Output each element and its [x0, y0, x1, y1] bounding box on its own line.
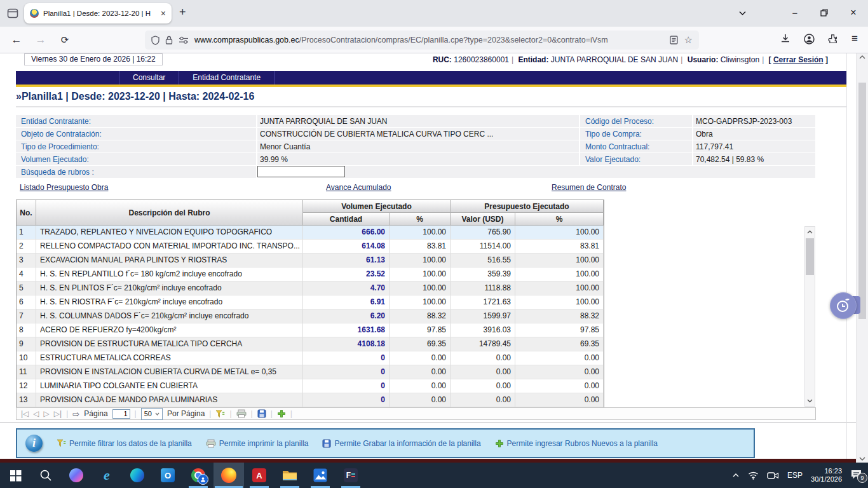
- page-scrollbar[interactable]: [856, 53, 868, 463]
- extensions-puzzle-icon[interactable]: [828, 34, 838, 44]
- print-icon[interactable]: [236, 409, 247, 418]
- account-icon[interactable]: [804, 34, 815, 44]
- detail-value: Obra: [693, 128, 815, 140]
- row-no: 10: [17, 351, 36, 365]
- back-button[interactable]: ←: [9, 32, 24, 48]
- language-indicator[interactable]: ESP: [787, 471, 803, 480]
- bottom-divider: [0, 422, 856, 423]
- table-scroll-up-icon[interactable]: [805, 227, 815, 236]
- taskbar-copilot-icon[interactable]: [61, 463, 92, 488]
- taskbar-ie-icon[interactable]: e: [92, 463, 122, 488]
- add-rubro-icon[interactable]: [277, 409, 286, 418]
- taskbar-photos-icon[interactable]: [305, 463, 336, 488]
- row-volumen-pct: 100.00: [390, 226, 451, 240]
- rubros-table-body: 1TRAZADO, REPLANTEO Y NIVELACION EQUIPO …: [17, 226, 604, 407]
- row-volumen-pct: 100.00: [390, 268, 451, 281]
- table-scrollbar[interactable]: [804, 226, 815, 407]
- pagination-bar: |◁ ◁ ▷ ▷| | ⇨ Página | 50 Por Página | |…: [16, 407, 816, 420]
- table-row[interactable]: 3EXCAVACION MANUAL PARA PLINTOS Y RIOSTR…: [17, 254, 604, 268]
- menu-item-consultar[interactable]: Consultar: [119, 71, 179, 85]
- downloads-icon[interactable]: [780, 34, 790, 44]
- page-number-input[interactable]: [112, 409, 130, 419]
- next-page-button[interactable]: ▷: [44, 409, 50, 418]
- screen: Planilla1 | Desde: 2023-12-20 | H × + − …: [0, 0, 868, 488]
- logout-link[interactable]: Cerrar Sesión: [773, 55, 824, 64]
- new-tab-button[interactable]: +: [179, 6, 186, 19]
- firefox-view-button[interactable]: [6, 7, 19, 20]
- meet-now-icon[interactable]: [767, 471, 779, 480]
- link-listado-presupuesto-obra[interactable]: Listado Presupuesto Obra: [20, 183, 108, 192]
- reader-mode-icon[interactable]: [670, 36, 678, 44]
- app-menu-icon[interactable]: ≡: [851, 32, 858, 45]
- window-close-button[interactable]: ×: [845, 5, 862, 20]
- table-row[interactable]: 4H. S. EN REPLANTILLO f´c= 180 kg/cm2 in…: [17, 268, 604, 281]
- menu-item-entidad-contratante[interactable]: Entidad Contratante: [179, 71, 275, 85]
- shield-icon[interactable]: [151, 36, 159, 45]
- table-row[interactable]: 7H. S. COLUMNAS DADOS F´c= 210kg/cm² inc…: [17, 309, 604, 323]
- taskbar-chrome-icon[interactable]: [183, 463, 214, 488]
- save-icon[interactable]: [257, 409, 266, 418]
- reload-button[interactable]: ⟳: [57, 32, 72, 48]
- wifi-icon[interactable]: [748, 471, 759, 480]
- logout-bracket-open: [: [769, 55, 771, 64]
- permissions-icon[interactable]: [179, 36, 189, 44]
- taskbar-outlook-icon[interactable]: O: [153, 463, 183, 488]
- time-tracker-widget[interactable]: [830, 292, 860, 318]
- table-row[interactable]: 5H. S. EN PLINTOS F´c= 210kg/cm² incluye…: [17, 281, 604, 295]
- go-to-page-icon[interactable]: ⇨: [72, 409, 79, 419]
- row-descripcion: H. S. EN REPLANTILLO f´c= 180 kg/cm2 inc…: [36, 268, 303, 281]
- clock-date[interactable]: 16:23 30/1/2026: [811, 467, 842, 484]
- taskbar-search-icon[interactable]: [31, 463, 61, 488]
- taskbar-edge-icon[interactable]: [122, 463, 153, 488]
- table-row[interactable]: 11PROVISION E INSTALACION CUBIERTA CURVA…: [17, 365, 604, 379]
- row-volumen-pct: 0.00: [390, 379, 451, 393]
- taskbar-apps: eOAF: [0, 463, 366, 488]
- clock-icon[interactable]: [830, 292, 857, 319]
- prev-page-button[interactable]: ◁: [33, 409, 39, 418]
- taskbar-firefox-icon[interactable]: [214, 463, 244, 488]
- table-row[interactable]: 9PROVISION DE ESTRUCTURA METALICA TIPO C…: [17, 337, 604, 351]
- row-no: 7: [17, 309, 36, 323]
- url-bar[interactable]: www.compraspublicas.gob.ec/ProcesoContra…: [145, 30, 699, 50]
- first-page-button[interactable]: |◁: [21, 409, 29, 418]
- table-scroll-thumb[interactable]: [806, 238, 814, 275]
- list-tabs-chevron-icon[interactable]: [738, 10, 747, 16]
- table-row[interactable]: 1TRAZADO, REPLANTEO Y NIVELACION EQUIPO …: [17, 226, 604, 240]
- tray-chevron-up-icon[interactable]: [732, 473, 740, 478]
- filter-icon[interactable]: [215, 410, 225, 418]
- page-scroll-down-icon[interactable]: [857, 457, 868, 461]
- taskbar-explorer-icon[interactable]: [275, 463, 305, 488]
- table-row[interactable]: 10ESTRUCTURA METALICA CORREAS00.000.000.…: [17, 351, 604, 365]
- window-minimize-button[interactable]: −: [787, 5, 803, 20]
- taskbar-acrobat-icon[interactable]: A: [244, 463, 275, 488]
- taskbar-teams-f-icon[interactable]: F: [336, 463, 366, 488]
- table-row[interactable]: 13PROVISION CAJA DE MANDO PARA LUMINARIA…: [17, 393, 604, 407]
- url-text[interactable]: www.compraspublicas.gob.ec/ProcesoContra…: [194, 36, 664, 44]
- notification-center-icon[interactable]: 9: [850, 469, 864, 482]
- page-scroll-up-icon[interactable]: [857, 55, 868, 59]
- row-cantidad: 0: [303, 379, 390, 393]
- table-scroll-down-icon[interactable]: [805, 396, 815, 405]
- table-row[interactable]: 12LUMINARIA TIPO COLGANTE EN CUBIERTA00.…: [17, 379, 604, 393]
- bookmark-star-icon[interactable]: ☆: [684, 34, 693, 46]
- link-avance-acumulado[interactable]: Avance Acumulado: [326, 183, 391, 192]
- search-rubros-input[interactable]: [257, 166, 345, 177]
- row-descripcion: PROVISION DE ESTRUCTURA METALICA TIPO CE…: [36, 337, 303, 351]
- forward-button[interactable]: →: [33, 32, 48, 48]
- last-page-button[interactable]: ▷|: [54, 409, 62, 418]
- row-volumen-pct: 0.00: [390, 351, 451, 365]
- window-restore-button[interactable]: [816, 5, 832, 20]
- row-valor-usd: 1118.88: [451, 281, 515, 295]
- row-valor-usd: 0.00: [451, 351, 515, 365]
- table-row[interactable]: 8ACERO DE REFUERZO fy=4200kg/cm²1631.689…: [17, 323, 604, 337]
- per-page-select[interactable]: 50: [141, 408, 163, 420]
- taskbar-start-icon[interactable]: [0, 463, 31, 488]
- header-volumen-ejecutado: Volumen Ejecutado: [303, 200, 451, 213]
- page-scroll-thumb[interactable]: [858, 83, 866, 319]
- tab-close-icon[interactable]: ×: [161, 9, 166, 18]
- link-resumen-de-contrato[interactable]: Resumen de Contrato: [552, 183, 626, 192]
- browser-tab[interactable]: Planilla1 | Desde: 2023-12-20 | H ×: [24, 3, 172, 24]
- lock-icon[interactable]: [165, 36, 173, 44]
- table-row[interactable]: 6H. S. EN RIOSTRA F´c= 210kg/cm² incluye…: [17, 295, 604, 309]
- table-row[interactable]: 2RELLENO COMPACTADO CON MATERIAL IMPORTA…: [17, 240, 604, 254]
